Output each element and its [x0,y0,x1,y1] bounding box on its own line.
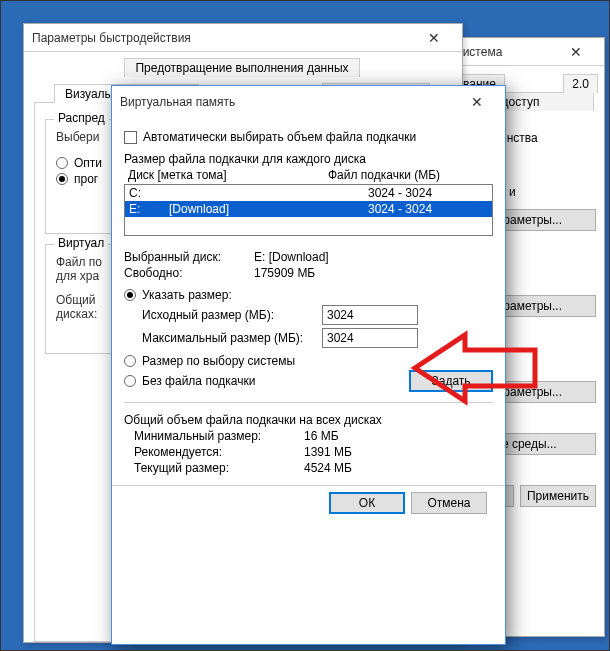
drive-row-e[interactable]: E: [Download] 3024 - 3024 [125,201,492,217]
min-size-label: Минимальный размер: [124,429,304,443]
max-size-label: Максимальный размер (МБ): [124,331,314,345]
recommended-value: 1391 МБ [304,445,493,459]
current-size-value: 4524 МБ [304,461,493,475]
apply-button[interactable]: Применить [520,485,596,507]
close-icon[interactable]: ✕ [414,30,454,46]
section-label: Размер файла подкачки для каждого диска [124,152,493,166]
initial-size-input[interactable]: 3024 [322,305,418,325]
titlebar: Виртуальная память ✕ [112,86,505,118]
window-title: Параметры быстродействия [32,31,414,45]
radio-icon [124,375,136,387]
virtual-memory-dialog: Виртуальная память ✕ Автоматически выбир… [111,85,506,645]
column-header: Файл подкачки (МБ) [328,168,440,182]
radio-label: Указать размер: [142,288,232,302]
free-space-label: Свободно: [124,266,254,280]
radio-label: Без файла подкачки [142,374,255,388]
cancel-button[interactable]: Отмена [411,492,487,514]
recommended-label: Рекомендуется: [124,445,304,459]
set-button[interactable]: Задать [409,370,493,392]
checkbox-label: Автоматически выбирать объем файла подка… [143,130,416,144]
column-header: Диск [метка тома] [128,168,328,182]
group-title: Распред [54,111,109,125]
custom-size-radio[interactable]: Указать размер: [124,288,493,302]
max-size-input[interactable]: 3024 [322,328,418,348]
selected-drive-label: Выбранный диск: [124,250,254,264]
close-icon[interactable]: ✕ [556,44,596,60]
auto-manage-checkbox[interactable]: Автоматически выбирать объем файла подка… [124,130,493,144]
drive-list[interactable]: C: 3024 - 3024 E: [Download] 3024 - 3024 [124,184,493,236]
radio-icon [124,355,136,367]
radio-label: Размер по выбору системы [142,354,295,368]
min-size-value: 16 МБ [304,429,493,443]
close-icon[interactable]: ✕ [457,94,497,110]
checkbox-icon [124,131,137,144]
radio-icon [124,289,136,301]
titlebar: Параметры быстродействия ✕ [24,24,462,52]
ok-button[interactable]: ОК [329,492,405,514]
current-size-label: Текущий размер: [124,461,304,475]
tab: 2.0 [563,74,598,93]
initial-size-label: Исходный размер (МБ): [124,308,314,322]
window-title: Виртуальная память [120,95,457,109]
group-title: Виртуал [54,236,108,250]
drive-row-c[interactable]: C: 3024 - 3024 [125,185,492,201]
titlebar: Система ✕ [446,38,604,66]
system-managed-radio[interactable]: Размер по выбору системы [124,354,493,368]
total-section-title: Общий объем файла подкачки на всех диска… [124,413,493,427]
window-title: Система [454,45,556,59]
selected-drive-value: E: [Download] [254,250,384,264]
tab-dep[interactable]: Предотвращение выполнения данных [124,58,359,77]
free-space-value: 175909 МБ [254,266,384,280]
no-paging-file-radio[interactable]: Без файла подкачки [124,374,409,388]
